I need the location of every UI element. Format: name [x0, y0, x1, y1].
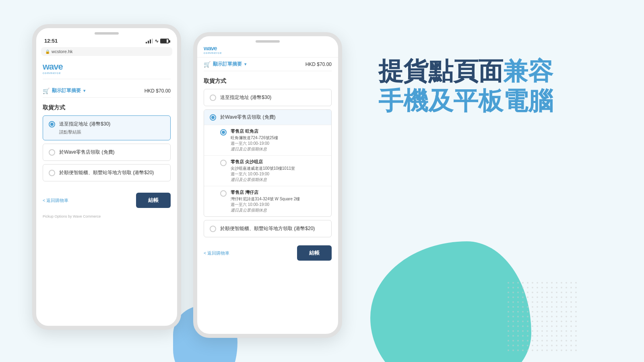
promo-line1: 提貨點頁面 — [378, 57, 503, 85]
section-title-2: 取貨方式 — [204, 78, 332, 85]
option-delivery-2[interactable]: 送至指定地址 (港幣$30) — [204, 89, 332, 106]
chevron-down-icon-2: ▾ — [244, 62, 246, 66]
store-hours-mongkok: 週一至六 10:00-19:00 — [231, 141, 278, 146]
lock-icon: 🔒 — [45, 49, 50, 54]
store-item-wanchai[interactable]: 零售店 灣仔店 灣仔軒尼詩道314-324號 W Square 2樓 週一至六 … — [204, 186, 331, 216]
order-summary-label: 顯示訂單摘要 — [52, 87, 81, 94]
browser-bar[interactable]: 🔒 wcstore.hk — [41, 47, 172, 56]
back-link-1[interactable]: < 返回購物車 — [43, 197, 68, 204]
option-delivery-sub: 請點擊結賬 — [59, 129, 110, 135]
order-amount: HKD $70.00 — [144, 88, 171, 94]
option-store-pickup[interactable]: 於Wave零售店領取 (免費) — [43, 144, 171, 161]
store-info-wanchai: 零售店 灣仔店 灣仔軒尼詩道314-324號 W Square 2樓 週一至六 … — [231, 189, 300, 213]
order-amount-2: HKD $70.00 — [305, 62, 332, 67]
back-link-2[interactable]: < 返回購物車 — [204, 250, 229, 256]
order-summary-bar[interactable]: 🛒 顯示訂單摘要 ▾ HKD $70.00 — [43, 84, 171, 98]
phone-mockup-2: wave commerce 🛒 顯示訂單摘要 ▾ HKD $70.00 取貨方式… — [193, 32, 342, 338]
status-icons: ∿ — [146, 38, 169, 44]
phone-bottom-2: < 返回購物車 結帳 — [197, 241, 338, 265]
store-item-tst[interactable]: 零售店 尖沙咀店 尖沙咀嘉連威老道100號10樓1011室 週一至六 10:00… — [204, 156, 331, 186]
checkout-button-1[interactable]: 結帳 — [136, 193, 171, 208]
store-option-group: 於Wave零售店領取 (免費) 零售店 旺角店 旺角彌敦道724-726號25樓… — [204, 109, 332, 217]
store-hours-tst: 週一至六 10:00-19:00 — [231, 171, 295, 177]
option-sfexpress-label: 於順便智能櫃、順豐站等地方領取 (港幣$20) — [59, 169, 154, 176]
logo-sub: commerce — [43, 71, 171, 75]
right-text-block: 提貨點頁面兼容 手機及平板電腦 — [354, 24, 612, 116]
promo-line1-highlight: 兼容 — [503, 57, 553, 85]
option-sfexpress-2[interactable]: 於順便智能櫃、順豐站等地方領取 (港幣$20) — [204, 220, 332, 237]
store-holiday-tst: 週日及公眾假期休息 — [231, 177, 295, 183]
option-store-pickup-label: 於Wave零售店領取 (免費) — [59, 149, 115, 156]
option-delivery-label: 送至指定地址 (港幣$30) — [59, 121, 110, 128]
chevron-down-icon: ▾ — [83, 88, 85, 93]
wifi-icon: ∿ — [155, 38, 159, 44]
logo-text: wave — [43, 62, 171, 71]
cart-icon-2: 🛒 — [204, 61, 211, 68]
store-name-tst: 零售店 尖沙咀店 — [231, 159, 295, 165]
radio-sfexpress[interactable] — [49, 170, 55, 176]
delivery-options-1: 送至指定地址 (港幣$30) 請點擊結賬 於Wave零售店領取 (免費) 於順便… — [43, 115, 171, 185]
logo-sub-2: commerce — [204, 51, 332, 55]
phone-mockup-1: 12:51 ∿ 🔒 wcstore.hk — [32, 24, 181, 330]
phone-bottom-1: < 返回購物車 結帳 — [36, 188, 177, 213]
store-holiday-wanchai: 週日及公眾假期休息 — [231, 208, 300, 213]
radio-store-2[interactable] — [210, 114, 216, 121]
store-info-mongkok: 零售店 旺角店 旺角彌敦道724-726號25樓 週一至六 10:00-19:0… — [231, 128, 278, 152]
radio-tst[interactable] — [220, 160, 227, 166]
signal-icon — [146, 39, 153, 43]
store-address-mongkok: 旺角彌敦道724-726號25樓 — [231, 135, 278, 141]
promo-line2: 手機及平板電腦 — [378, 86, 612, 116]
radio-mongkok[interactable] — [220, 129, 227, 136]
time-display: 12:51 — [44, 38, 58, 44]
attribution-text: Pickup Options by Wave Commerce — [36, 213, 177, 220]
section-title-1: 取貨方式 — [43, 104, 171, 111]
battery-icon — [160, 39, 169, 43]
store-pickup-header[interactable]: 於Wave零售店領取 (免費) — [204, 110, 331, 125]
radio-delivery[interactable] — [49, 121, 55, 128]
cart-icon: 🛒 — [43, 88, 50, 94]
store-address-wanchai: 灣仔軒尼詩道314-324號 W Square 2樓 — [231, 196, 300, 202]
store-info-tst: 零售店 尖沙咀店 尖沙咀嘉連威老道100號10樓1011室 週一至六 10:00… — [231, 159, 295, 183]
url-display: wcstore.hk — [52, 49, 73, 54]
store-name-wanchai: 零售店 灣仔店 — [231, 189, 300, 195]
checkout-button-2[interactable]: 結帳 — [297, 245, 332, 261]
store-holiday-mongkok: 週日及公眾假期休息 — [231, 146, 278, 152]
promo-heading: 提貨點頁面兼容 手機及平板電腦 — [378, 56, 612, 116]
status-bar-1: 12:51 ∿ — [36, 35, 177, 45]
option-sfexpress[interactable]: 於順便智能櫃、順豐站等地方領取 (港幣$20) — [43, 164, 171, 181]
wave-logo: wave commerce — [43, 59, 171, 79]
store-pickup-label: 於Wave零售店領取 (免費) — [220, 114, 276, 121]
radio-sfexpress-2[interactable] — [210, 226, 216, 232]
radio-store-pickup[interactable] — [49, 149, 55, 156]
order-summary-left[interactable]: 🛒 顯示訂單摘要 ▾ — [43, 87, 85, 94]
option-delivery[interactable]: 送至指定地址 (港幣$30) 請點擊結賬 — [43, 115, 171, 140]
order-summary-label-2: 顯示訂單摘要 — [213, 61, 242, 68]
phone2-content: 🛒 顯示訂單摘要 ▾ HKD $70.00 取貨方式 送至指定地址 (港幣$30… — [197, 58, 338, 237]
radio-delivery-2[interactable] — [210, 95, 216, 101]
option-sfexpress-label-2: 於順便智能櫃、順豐站等地方領取 (港幣$20) — [220, 225, 315, 232]
order-summary-bar-2[interactable]: 🛒 顯示訂單摘要 ▾ HKD $70.00 — [204, 58, 332, 71]
logo-text-2: wave — [204, 45, 332, 51]
wave-logo-2: wave commerce — [197, 43, 338, 58]
option-delivery-label-2: 送至指定地址 (港幣$30) — [220, 94, 271, 101]
store-address-tst: 尖沙咀嘉連威老道100號10樓1011室 — [231, 166, 295, 171]
store-hours-wanchai: 週一至六 10:00-19:00 — [231, 202, 300, 208]
radio-wanchai[interactable] — [220, 190, 227, 197]
store-item-mongkok[interactable]: 零售店 旺角店 旺角彌敦道724-726號25樓 週一至六 10:00-19:0… — [204, 125, 331, 156]
store-name-mongkok: 零售店 旺角店 — [231, 128, 278, 134]
